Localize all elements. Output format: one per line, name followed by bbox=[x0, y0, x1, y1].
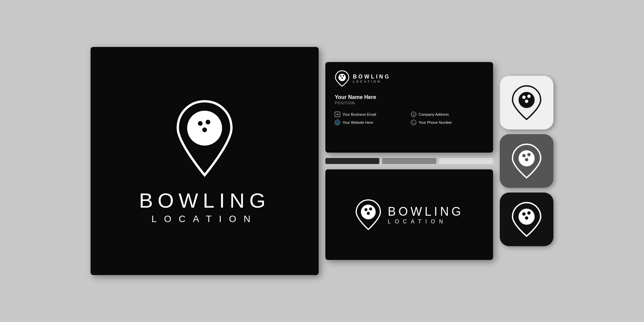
logo-title-bowling: BOWLING bbox=[139, 189, 270, 212]
main-container: BOWLING LOCATION BOWLING LOCATION Your N… bbox=[0, 0, 644, 322]
app-icon-gray-svg bbox=[512, 143, 542, 179]
card-logo-icon bbox=[335, 70, 350, 87]
card-phone-item: 📞 Your Phone Number bbox=[411, 120, 484, 125]
svg-point-7 bbox=[341, 77, 343, 79]
svg-point-1 bbox=[198, 121, 203, 126]
svg-point-18 bbox=[527, 153, 531, 156]
card-bowling-label: BOWLING bbox=[353, 74, 390, 80]
card-address-item: ◎ Company Address bbox=[411, 112, 484, 117]
back-logo-texts: BOWLING LOCATION bbox=[388, 205, 464, 225]
strip-dark bbox=[325, 158, 379, 164]
svg-point-21 bbox=[522, 212, 526, 216]
card-brand-text: BOWLING LOCATION bbox=[353, 74, 390, 83]
back-location-label: LOCATION bbox=[388, 219, 464, 225]
email-icon: ✉ bbox=[335, 112, 340, 117]
logo-square: BOWLING LOCATION bbox=[91, 47, 319, 275]
svg-point-19 bbox=[525, 158, 528, 161]
card-email-label: Your Business Email bbox=[342, 112, 376, 116]
svg-point-10 bbox=[369, 208, 372, 211]
color-strips bbox=[325, 158, 493, 164]
app-icon-gray bbox=[500, 134, 553, 188]
strip-light bbox=[439, 158, 493, 164]
card-address-label: Company Address bbox=[419, 112, 449, 116]
main-logo-icon bbox=[171, 98, 238, 178]
svg-point-23 bbox=[525, 216, 528, 220]
app-icon-black-svg bbox=[512, 201, 542, 238]
icons-column bbox=[500, 76, 553, 246]
app-icon-white-svg bbox=[512, 84, 542, 121]
app-icon-black bbox=[500, 193, 553, 246]
strip-mid bbox=[382, 158, 436, 164]
svg-point-3 bbox=[202, 127, 207, 132]
card-phone-label: Your Phone Number bbox=[419, 120, 452, 124]
business-card-front: BOWLING LOCATION Your Name Here POSITION… bbox=[325, 62, 493, 153]
svg-point-9 bbox=[364, 208, 367, 211]
card-contacts: ✉ Your Business Email ◎ Company Address … bbox=[335, 112, 484, 125]
card-position: POSITION bbox=[335, 101, 484, 105]
logo-title-location: LOCATION bbox=[151, 214, 258, 224]
svg-point-17 bbox=[522, 154, 526, 157]
business-card-back: BOWLING LOCATION bbox=[325, 169, 493, 260]
svg-point-6 bbox=[343, 75, 344, 76]
svg-point-15 bbox=[525, 100, 528, 103]
svg-point-13 bbox=[522, 96, 526, 99]
middle-column: BOWLING LOCATION Your Name Here POSITION… bbox=[325, 62, 493, 260]
svg-point-5 bbox=[340, 75, 341, 77]
website-icon: 🌐 bbox=[335, 120, 340, 125]
svg-point-11 bbox=[367, 212, 370, 215]
address-icon: ◎ bbox=[411, 112, 416, 117]
back-bowling-label: BOWLING bbox=[388, 205, 464, 219]
app-icon-white bbox=[500, 76, 553, 129]
svg-point-22 bbox=[527, 211, 531, 215]
card-location-label: LOCATION bbox=[353, 80, 390, 83]
svg-point-14 bbox=[527, 95, 531, 98]
svg-point-2 bbox=[206, 120, 210, 124]
card-website-label: Your Website Here bbox=[342, 120, 373, 124]
card-name: Your Name Here bbox=[335, 94, 484, 100]
card-header: BOWLING LOCATION bbox=[335, 70, 484, 87]
phone-icon: 📞 bbox=[411, 120, 416, 125]
back-logo-icon bbox=[355, 199, 382, 231]
card-website-item: 🌐 Your Website Here bbox=[335, 120, 408, 125]
card-email-item: ✉ Your Business Email bbox=[335, 112, 408, 117]
